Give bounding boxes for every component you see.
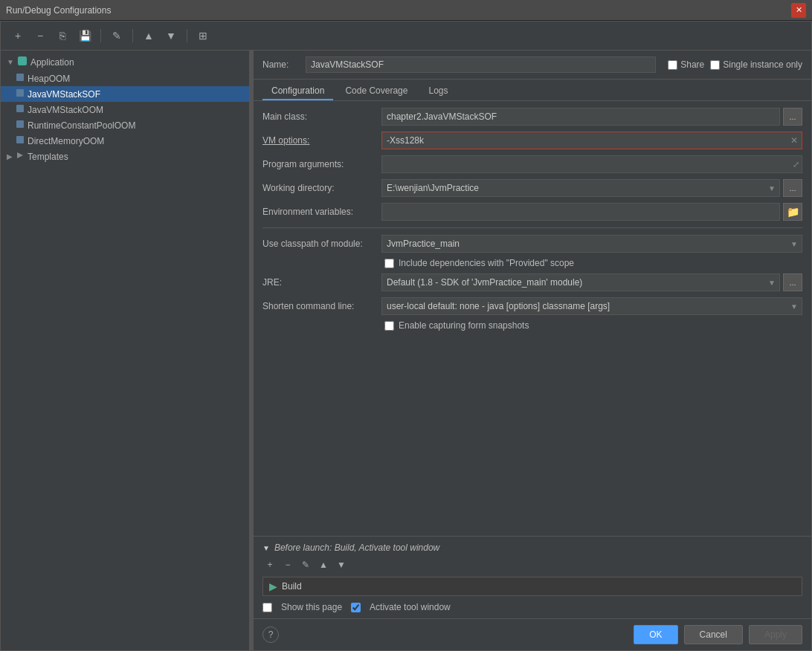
right-panel: Name: Share Single instance only Configu…: [254, 51, 811, 650]
tab-logs[interactable]: Logs: [419, 82, 457, 100]
item-label-directmemory: DirectMemoryOOM: [28, 136, 104, 146]
shorten-cmd-select[interactable]: user-local default: none - java [options…: [381, 297, 802, 315]
main-class-value-area: ...: [381, 108, 802, 126]
templates-label: Templates: [28, 152, 68, 162]
build-row: ▶ Build: [262, 577, 802, 596]
share-label: Share: [680, 59, 704, 70]
move-down-button[interactable]: ▼: [163, 27, 179, 44]
before-launch-remove-button[interactable]: −: [280, 557, 295, 572]
svg-marker-6: [17, 152, 23, 158]
tree-item-heapoom[interactable]: HeapOOM: [1, 71, 249, 86]
enable-snapshots-row: Enable capturing form snapshots: [262, 320, 802, 331]
program-args-row: Program arguments: ⤢: [262, 155, 802, 174]
vm-options-input[interactable]: [381, 132, 802, 149]
dialog-body: ▼ Application HeapOOM JavaVMStackSOF: [1, 51, 811, 650]
tab-configuration[interactable]: Configuration: [262, 82, 333, 100]
share-checkbox[interactable]: [668, 60, 677, 70]
single-instance-label: Single instance only: [723, 59, 802, 70]
jre-row: JRE: Default (1.8 - SDK of 'JvmPractice_…: [262, 273, 802, 292]
activate-window-checkbox[interactable]: [351, 603, 361, 612]
working-dir-value-area: ▼ ...: [381, 179, 802, 197]
before-launch-add-button[interactable]: +: [262, 557, 277, 572]
env-vars-browse-button[interactable]: 📁: [783, 203, 802, 221]
name-label: Name:: [262, 59, 300, 70]
cfg-icon-javavmstackoom: [16, 104, 25, 115]
main-class-input[interactable]: [381, 108, 780, 126]
before-launch-up-button[interactable]: ▲: [316, 557, 331, 572]
name-row: Name: Share Single instance only: [254, 51, 811, 80]
add-button[interactable]: +: [10, 27, 26, 44]
svg-rect-0: [18, 56, 27, 65]
tree-arrow-application: ▼: [7, 58, 14, 66]
save-button[interactable]: 💾: [77, 27, 93, 44]
item-label-rcp: RuntimeConstantPoolOOM: [28, 120, 135, 131]
tree-group-application[interactable]: ▼ Application: [1, 54, 249, 71]
close-button[interactable]: ✕: [791, 3, 806, 18]
working-dir-input[interactable]: [381, 179, 780, 197]
tree-group-templates[interactable]: ▶ Templates: [1, 149, 249, 164]
program-args-input[interactable]: [381, 155, 802, 173]
move-up-button[interactable]: ▲: [141, 27, 157, 44]
cancel-button[interactable]: Cancel: [684, 625, 743, 644]
ok-button[interactable]: OK: [634, 625, 677, 644]
svg-rect-5: [16, 136, 24, 143]
build-label: Build: [282, 581, 302, 592]
classpath-select-wrap: JvmPractice_main ▼: [381, 235, 802, 253]
env-vars-input[interactable]: [381, 203, 780, 221]
before-launch-down-button[interactable]: ▼: [334, 557, 349, 572]
vm-options-label[interactable]: VM options:: [262, 135, 381, 146]
copy-button[interactable]: ⎘: [54, 27, 71, 44]
title-bar: Run/Debug Configurations ✕: [0, 0, 812, 21]
vm-options-clear-button[interactable]: ✕: [789, 135, 799, 146]
cfg-icon-directmemory: [16, 135, 25, 146]
before-launch-edit-button[interactable]: ✎: [298, 557, 313, 572]
svg-rect-3: [16, 105, 24, 112]
show-page-checkbox[interactable]: [262, 603, 272, 612]
include-deps-checkbox[interactable]: [384, 259, 394, 268]
env-vars-row: Environment variables: 📁: [262, 202, 802, 221]
dialog: + − ⎘ 💾 ✎ ▲ ▼ ⊞ ▼ Application: [0, 21, 812, 651]
jre-select[interactable]: Default (1.8 - SDK of 'JvmPractice_main'…: [381, 273, 780, 291]
shorten-cmd-label: Shorten command line:: [262, 301, 381, 311]
program-args-value-area: ⤢: [381, 155, 802, 173]
expand-args-icon[interactable]: ⤢: [793, 160, 799, 169]
tree-item-javavmstacksof[interactable]: JavaVMStackSOF: [1, 86, 249, 102]
shorten-cmd-row: Shorten command line: user-local default…: [262, 297, 802, 316]
jre-label: JRE:: [262, 277, 381, 288]
include-deps-label: Include dependencies with "Provided" sco…: [399, 258, 574, 268]
form-separator: [262, 227, 802, 228]
before-launch-expand-button[interactable]: ▼: [262, 544, 270, 552]
show-page-label: Show this page: [281, 602, 342, 612]
classpath-select[interactable]: JvmPractice_main: [381, 235, 802, 253]
tree-item-directmemoryoom[interactable]: DirectMemoryOOM: [1, 133, 249, 149]
svg-rect-2: [16, 89, 24, 97]
sort-button[interactable]: ⊞: [195, 27, 211, 44]
tree-item-javavmstackoom[interactable]: JavaVMStackOOM: [1, 102, 249, 117]
svg-rect-1: [16, 74, 24, 81]
application-icon: [17, 56, 28, 68]
name-input[interactable]: [306, 56, 656, 73]
env-vars-value-area: 📁: [381, 203, 802, 221]
main-class-browse-button[interactable]: ...: [783, 108, 802, 126]
toolbar-separator2: [132, 29, 133, 42]
vm-options-value-area: ✕: [381, 132, 802, 149]
show-page-row: Show this page Activate tool window: [262, 602, 802, 612]
working-dir-browse-button[interactable]: ...: [783, 179, 802, 197]
edit-button[interactable]: ✎: [109, 27, 125, 44]
program-args-label: Program arguments:: [262, 159, 381, 169]
jre-browse-button[interactable]: ...: [783, 273, 802, 291]
tree-item-runtimeconstantpooloom[interactable]: RuntimeConstantPoolOOM: [1, 117, 249, 133]
classpath-label: Use classpath of module:: [262, 239, 381, 249]
cfg-icon-javavmstacksof: [16, 88, 25, 100]
shorten-cmd-value-area: user-local default: none - java [options…: [381, 297, 802, 315]
before-launch-header: ▼ Before launch: Build, Activate tool wi…: [262, 542, 802, 553]
share-area: Share: [668, 59, 704, 70]
config-form: Main class: ... VM options: ✕: [254, 101, 811, 536]
tab-code-coverage[interactable]: Code Coverage: [336, 82, 416, 100]
apply-button[interactable]: Apply: [749, 625, 802, 644]
remove-button[interactable]: −: [32, 27, 48, 44]
single-instance-checkbox[interactable]: [710, 60, 720, 70]
toolbar-separator: [100, 29, 101, 42]
help-button[interactable]: ?: [262, 626, 279, 643]
enable-snapshots-checkbox[interactable]: [384, 321, 394, 331]
